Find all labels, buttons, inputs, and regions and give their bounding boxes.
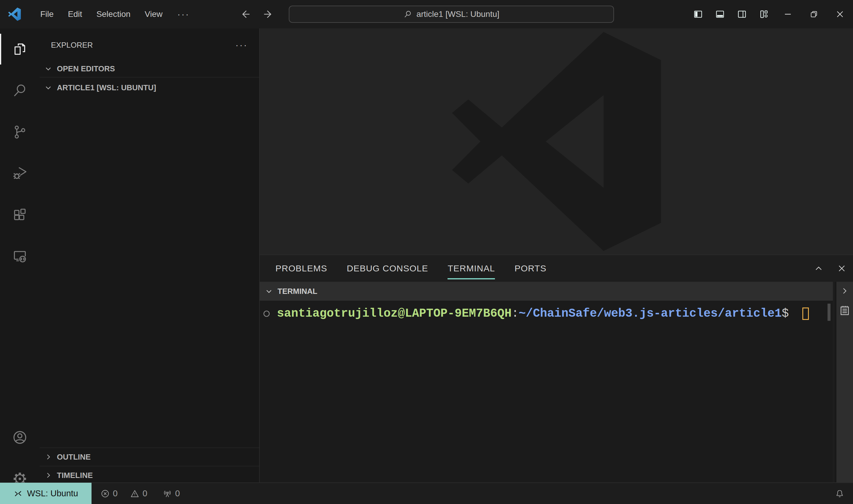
terminal-drawer-title: TERMINAL (278, 287, 317, 296)
tab-debug-console[interactable]: DEBUG CONSOLE (347, 255, 428, 282)
open-editors-section-header[interactable]: OPEN EDITORS (40, 60, 259, 77)
toggle-panel-button[interactable] (709, 0, 731, 29)
forward-arrow-icon (262, 8, 274, 20)
terminal-viewport[interactable]: santiagotrujilloz@LAPTOP-9EM7B6QH:~/Chai… (260, 301, 833, 482)
warning-count: 0 (142, 489, 147, 498)
close-icon (836, 263, 847, 274)
explorer-more-actions-button[interactable]: ··· (236, 40, 248, 50)
terminal-tabs-list-button[interactable] (837, 303, 852, 318)
menu-edit[interactable]: Edit (61, 0, 89, 29)
files-icon (12, 41, 28, 57)
tab-terminal[interactable]: TERMINAL (448, 255, 495, 282)
menu-file[interactable]: File (33, 0, 61, 29)
menu-bar: File Edit Selection View ··· (33, 0, 197, 29)
command-center-label: article1 [WSL: Ubuntu] (416, 10, 499, 19)
chevron-right-icon (44, 452, 53, 462)
error-count: 0 (113, 489, 118, 498)
menu-more-ellipsis[interactable]: ··· (170, 0, 197, 29)
outline-label: OUTLINE (57, 452, 91, 462)
prompt-path: ~/ChainSafe/web3.js-articles/article1 (519, 306, 782, 321)
vscode-window: File Edit Selection View ··· article1 [ (0, 0, 853, 504)
account-icon (12, 429, 28, 445)
activity-extensions-button[interactable] (0, 194, 40, 236)
search-icon (403, 10, 412, 19)
folder-section-header[interactable]: ARTICLE1 [WSL: UBUNTU] (40, 78, 259, 97)
menu-view[interactable]: View (138, 0, 170, 29)
terminal-side-rail (835, 282, 853, 482)
layout-customize-icon (759, 9, 769, 19)
search-icon (12, 83, 28, 98)
extensions-icon (12, 207, 28, 222)
back-arrow-icon (240, 8, 251, 20)
prompt-user-host: santiagotrujilloz@LAPTOP-9EM7B6QH (277, 306, 511, 321)
accounts-button[interactable] (0, 417, 40, 458)
problems-status-button[interactable]: 0 0 (100, 489, 147, 498)
remote-explorer-icon (12, 249, 28, 264)
minimize-icon (783, 9, 793, 19)
error-circle-icon (100, 489, 110, 498)
panel-tab-bar: PROBLEMS DEBUG CONSOLE TERMINAL PORTS (260, 255, 788, 282)
vscode-watermark-icon (444, 29, 669, 254)
expand-terminal-tabs-button[interactable] (837, 284, 852, 298)
customize-layout-button[interactable] (753, 0, 775, 29)
chevron-down-icon (44, 83, 53, 92)
menu-selection[interactable]: Selection (89, 0, 137, 29)
vscode-logo-icon (8, 7, 21, 21)
title-bar: File Edit Selection View ··· article1 [ (0, 0, 853, 29)
radio-tower-icon (162, 489, 172, 498)
activity-search-button[interactable] (0, 70, 40, 111)
timeline-section-header[interactable]: TIMELINE (40, 466, 259, 485)
chevron-right-icon (840, 286, 850, 296)
command-center-search[interactable]: article1 [WSL: Ubuntu] (289, 6, 614, 23)
prompt-separator: : (511, 306, 519, 321)
window-controls (687, 0, 853, 29)
chevron-down-icon (44, 64, 53, 73)
tab-ports[interactable]: PORTS (515, 255, 546, 282)
terminal-cursor (802, 307, 809, 320)
tab-problems[interactable]: PROBLEMS (276, 255, 327, 282)
maximize-panel-button[interactable] (812, 262, 825, 275)
ports-status-button[interactable]: 0 (162, 489, 180, 498)
prompt-symbol: $ (782, 306, 796, 321)
toggle-secondary-sidebar-button[interactable] (731, 0, 753, 29)
close-panel-button[interactable] (835, 262, 848, 275)
layout-panel-icon (715, 9, 725, 19)
activity-source-control-button[interactable] (0, 111, 40, 153)
chevron-up-icon (813, 263, 824, 274)
remote-indicator-button[interactable]: WSL: Ubuntu (0, 483, 91, 504)
activity-remote-explorer-button[interactable] (0, 236, 40, 277)
warning-triangle-icon (130, 489, 139, 498)
go-forward-button[interactable] (261, 7, 275, 21)
run-and-debug-icon (12, 166, 28, 181)
activity-run-debug-button[interactable] (0, 153, 40, 194)
remote-indicator-icon (13, 489, 23, 498)
open-editors-label: OPEN EDITORS (57, 64, 115, 73)
ports-count: 0 (175, 489, 180, 498)
editor-area (260, 29, 853, 254)
chevron-right-icon (44, 471, 53, 480)
layout-sidebar-left-icon (693, 9, 703, 19)
layout-sidebar-right-icon (737, 9, 747, 19)
timeline-label: TIMELINE (57, 471, 93, 480)
terminal-prompt-line: santiagotrujilloz@LAPTOP-9EM7B6QH:~/Chai… (260, 301, 833, 321)
minimize-button[interactable] (775, 0, 801, 29)
sidebar-title: EXPLORER (51, 40, 93, 50)
outline-section-header[interactable]: OUTLINE (40, 448, 259, 466)
toggle-primary-sidebar-button[interactable] (687, 0, 709, 29)
history-nav (239, 0, 275, 29)
source-control-icon (12, 124, 28, 140)
activity-explorer-button[interactable] (0, 29, 40, 70)
go-back-button[interactable] (239, 7, 253, 21)
bell-icon (835, 489, 845, 499)
restore-button[interactable] (801, 0, 827, 29)
activity-bar (0, 29, 40, 482)
chevron-down-icon (264, 287, 273, 296)
folder-section-label: ARTICLE1 [WSL: UBUNTU] (57, 83, 156, 92)
terminal-drawer-header[interactable]: TERMINAL (260, 282, 833, 301)
close-window-button[interactable] (827, 0, 853, 29)
terminal-list-icon (839, 305, 851, 317)
notifications-bell-button[interactable] (832, 486, 847, 501)
terminal-scrollbar-thumb[interactable] (828, 304, 831, 321)
explorer-sidebar: EXPLORER ··· OPEN EDITORS ARTICLE1 [WSL:… (40, 29, 260, 482)
sidebar-header: EXPLORER ··· (40, 34, 259, 56)
